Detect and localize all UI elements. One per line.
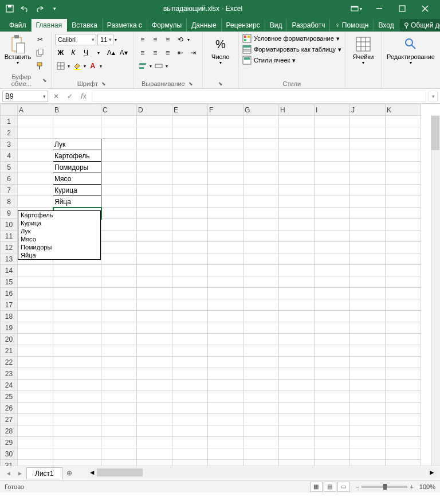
cell[interactable]	[18, 311, 53, 322]
cell[interactable]	[279, 265, 315, 276]
cell[interactable]	[315, 150, 350, 162]
cell[interactable]	[279, 219, 315, 230]
cell[interactable]	[172, 162, 208, 173]
cell[interactable]	[18, 162, 53, 173]
cell[interactable]	[315, 242, 350, 253]
select-all-corner[interactable]	[1, 104, 18, 116]
cell[interactable]	[350, 425, 386, 437]
cell[interactable]	[243, 127, 279, 139]
cell[interactable]	[243, 230, 279, 242]
column-header[interactable]: D	[137, 104, 172, 116]
cell[interactable]	[101, 448, 137, 460]
cell[interactable]	[279, 116, 315, 127]
cell[interactable]	[53, 311, 101, 322]
increase-indent-icon[interactable]: ⇥	[187, 47, 199, 58]
enter-icon[interactable]: ✓	[64, 91, 76, 102]
cell[interactable]	[315, 368, 350, 380]
cell[interactable]	[350, 150, 386, 162]
row-header[interactable]: 17	[1, 299, 18, 311]
dropdown-item[interactable]: Помидоры	[18, 243, 100, 251]
cell[interactable]	[101, 403, 137, 414]
cell[interactable]	[315, 196, 350, 208]
cell[interactable]	[101, 173, 137, 185]
cell[interactable]	[101, 391, 137, 403]
cell[interactable]	[137, 299, 172, 311]
tab-developer[interactable]: Разработч	[287, 19, 330, 32]
cell[interactable]	[172, 139, 208, 150]
cell[interactable]	[101, 288, 137, 299]
cell[interactable]	[279, 322, 315, 334]
cell[interactable]	[315, 345, 350, 357]
cell[interactable]	[243, 173, 279, 185]
cell[interactable]	[386, 116, 421, 127]
cell[interactable]	[243, 357, 279, 368]
cell[interactable]	[243, 391, 279, 403]
align-top-icon[interactable]: ≡	[137, 34, 148, 45]
cell[interactable]	[386, 242, 421, 253]
cell[interactable]	[350, 242, 386, 253]
cell[interactable]	[279, 242, 315, 253]
cell[interactable]	[101, 265, 137, 276]
cell[interactable]: Лук	[53, 139, 101, 150]
cell[interactable]	[101, 219, 137, 230]
row-header[interactable]: 23	[1, 368, 18, 380]
zoom-out-icon[interactable]: −	[356, 483, 359, 490]
cell[interactable]	[386, 368, 421, 380]
dropdown-item[interactable]: Яйца	[18, 251, 100, 259]
row-header[interactable]: 19	[1, 322, 18, 334]
cell[interactable]	[279, 299, 315, 311]
cell[interactable]	[315, 425, 350, 437]
cell[interactable]: Картофель	[53, 150, 101, 162]
cell[interactable]	[279, 276, 315, 288]
cell[interactable]	[315, 139, 350, 150]
cell[interactable]	[279, 173, 315, 185]
cell[interactable]	[208, 185, 243, 196]
cell[interactable]	[208, 116, 243, 127]
tab-layout[interactable]: Разметка с	[103, 19, 147, 32]
tab-help[interactable]: ♀ Помощн	[330, 19, 374, 32]
cell[interactable]	[101, 208, 137, 219]
cell[interactable]	[315, 253, 350, 265]
cell[interactable]	[137, 219, 172, 230]
cell[interactable]	[101, 460, 137, 466]
cell[interactable]	[137, 127, 172, 139]
column-header[interactable]: I	[315, 104, 350, 116]
row-header[interactable]: 14	[1, 265, 18, 276]
cell[interactable]	[101, 437, 137, 448]
cell[interactable]	[137, 162, 172, 173]
horizontal-scrollbar[interactable]: ◄►	[88, 468, 437, 478]
copy-icon[interactable]	[34, 47, 46, 58]
cell[interactable]	[208, 299, 243, 311]
cell[interactable]	[172, 414, 208, 425]
cell[interactable]	[137, 357, 172, 368]
cell[interactable]	[315, 403, 350, 414]
cell[interactable]	[350, 460, 386, 466]
cell[interactable]	[208, 368, 243, 380]
cell[interactable]	[53, 425, 101, 437]
cell[interactable]	[137, 253, 172, 265]
cell[interactable]	[279, 185, 315, 196]
alignment-launcher-icon[interactable]: ⬊	[187, 80, 194, 87]
cell[interactable]	[208, 208, 243, 219]
column-header[interactable]: A	[18, 104, 53, 116]
cell[interactable]	[279, 127, 315, 139]
name-box[interactable]: B9	[2, 91, 48, 102]
cell[interactable]	[243, 185, 279, 196]
cell[interactable]	[53, 322, 101, 334]
row-header[interactable]: 20	[1, 334, 18, 345]
cell[interactable]	[350, 322, 386, 334]
cell[interactable]	[243, 299, 279, 311]
clipboard-launcher-icon[interactable]: ⬊	[41, 77, 47, 84]
fx-icon[interactable]: fx	[78, 91, 89, 102]
cell[interactable]	[172, 150, 208, 162]
font-name-combo[interactable]: Calibri	[55, 34, 96, 45]
underline-dropdown-icon[interactable]: ▾	[93, 47, 104, 58]
cell[interactable]	[243, 448, 279, 460]
cell[interactable]	[18, 345, 53, 357]
cell[interactable]	[315, 219, 350, 230]
cell[interactable]	[18, 448, 53, 460]
cell[interactable]: Помидоры	[53, 162, 101, 173]
font-launcher-icon[interactable]: ⬊	[100, 80, 107, 87]
cell[interactable]	[18, 334, 53, 345]
cell[interactable]	[101, 322, 137, 334]
